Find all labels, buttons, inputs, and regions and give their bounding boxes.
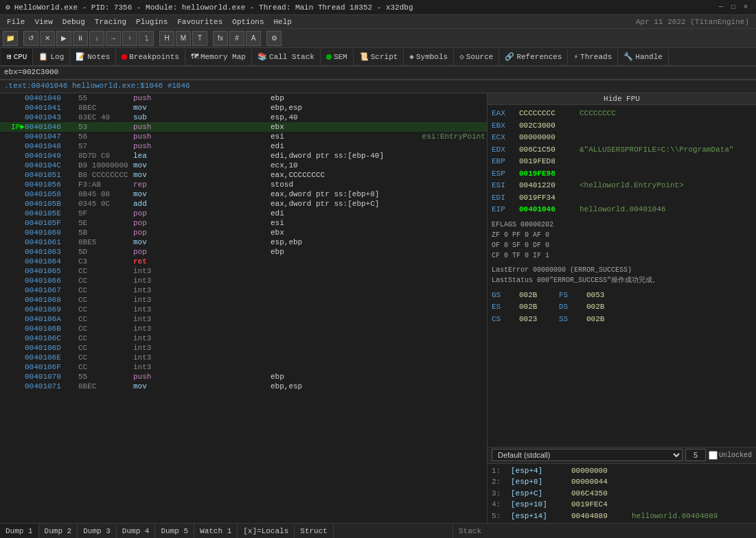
dump-tab-dump-5[interactable]: Dump 5 [155,524,194,538]
toolbar-restart[interactable]: ↺ [23,31,38,46]
dump-tab-watch-1[interactable]: Watch 1 [194,524,238,538]
menu-view[interactable]: View [30,17,56,27]
tab-call-stack[interactable]: 📚 Call Stack [252,49,321,65]
tab-sem[interactable]: SEM [321,49,354,65]
tab-references[interactable]: 🔗 References [499,49,568,65]
toolbar-mem-bp[interactable]: M [176,31,191,46]
tab-notes[interactable]: 📝 Notes [70,49,116,65]
disasm-row[interactable]: 004010618BE5movesp,ebp [0,237,487,247]
menu-file[interactable]: File [3,17,29,27]
disasm-row[interactable]: 0040106ACCint3 [0,314,487,324]
disasm-row[interactable]: 004010718BECmovebp,esp [0,382,487,391]
dump-tab-dump-1[interactable]: Dump 1 [0,524,39,538]
toolbar-font[interactable]: A [246,31,261,46]
reg-value[interactable]: 002C3000 [519,120,574,132]
tab-breakpoints[interactable]: Breakpoints [116,49,185,65]
tab-source[interactable]: ◇ Source [454,49,499,65]
tab-handle[interactable]: 🔧 Handle [618,49,669,65]
disasm-row[interactable]: 00401069CCint3 [0,305,487,314]
disasm-row[interactable]: 0040105E5Fpopedi [0,209,487,218]
disasm-row[interactable]: 00401065CCint3 [0,266,487,276]
disasm-row[interactable]: 0040106ECCint3 [0,353,487,362]
toolbar-run[interactable]: ▶ [56,31,71,46]
toolbar-open[interactable]: 📁 [3,31,18,46]
tab-threads[interactable]: ⚡ Threads [568,49,618,65]
hide-fpu-button[interactable]: Hide FPU [488,93,756,105]
stack-count-input[interactable] [685,449,706,461]
reg-value[interactable]: 0019FE98 [519,168,574,180]
toolbar-pause[interactable]: ⏸ [73,31,88,46]
dump-tab-[x]=locals[interactable]: [x]=Locals [238,524,295,538]
disasm-row[interactable]: 004010605Bpopebx [0,228,487,237]
disasm-row[interactable]: 00401066CCint3 [0,276,487,285]
menu-debug[interactable]: Debug [58,17,89,27]
toolbar-calc[interactable]: fx [213,31,228,46]
toolbar-stepout[interactable]: ↑ [122,31,137,46]
maximize-button[interactable]: □ [729,3,738,12]
toolbar-runto[interactable]: ⤵ [139,31,154,46]
toolbar-close[interactable]: ✕ [40,31,55,46]
menu-tracing[interactable]: Tracing [91,17,130,27]
disasm-table[interactable]: 0040104055pushebp 004010418BECmovebp,esp… [0,93,487,523]
disasm-row[interactable]: 00401064C3ret [0,257,487,266]
reg-value[interactable]: 00401220 [519,180,574,191]
reg-value[interactable]: 00401046 [519,204,574,215]
disasm-row[interactable]: 004010498D7D C0leaedi,dword ptr ss:[ebp-… [0,151,487,161]
tab-memory-map[interactable]: 🗺 Memory Map [185,49,252,65]
tab-cpu[interactable]: ⊞ CPU [1,49,33,65]
stack-item-index: 5: [492,511,505,522]
stack-dropdown[interactable]: Default (stdcall) [492,449,683,461]
minimize-button[interactable]: ─ [716,3,726,12]
disasm-row[interactable]: 0040104857pushedi [0,141,487,151]
tab-symbols[interactable]: ◈ Symbols [404,49,454,65]
toolbar-hash[interactable]: # [229,31,244,46]
disasm-row[interactable]: 0040104383EC 40subesp,40 [0,113,487,122]
tab-symbols-label: Symbols [416,53,448,61]
disasm-row[interactable]: 0040104CB9 10000000movecx,10 [0,161,487,170]
disasm-row[interactable]: 0040106BCCint3 [0,324,487,334]
disasm-address: 00401061 [25,238,78,246]
disasm-row[interactable]: 00401056F3:ABrepstosd [0,180,487,189]
disasm-bytes: CC [78,344,133,352]
dump-tab-dump-3[interactable]: Dump 3 [78,524,117,538]
disasm-row[interactable]: 0040104055pushebp [0,93,487,103]
toolbar-stepover[interactable]: → [106,31,121,46]
reg-value[interactable]: 00000000 [519,132,574,143]
disasm-operands: ebp,esp [271,104,485,112]
dump-tab-struct[interactable]: Struct [295,524,334,538]
disasm-row[interactable]: 00401067CCint3 [0,285,487,295]
disasm-row[interactable]: 0040107055pushebp [0,372,487,382]
disasm-row[interactable]: 0040106CCCint3 [0,334,487,343]
disasm-row[interactable]: 0040105F5Epopesi [0,218,487,228]
toolbar-trace[interactable]: T [192,31,207,46]
toolbar-stepinto[interactable]: ↓ [89,31,104,46]
disasm-row[interactable]: 004010418BECmovebp,esp [0,103,487,113]
disasm-row[interactable]: 00401068CCint3 [0,295,487,305]
tab-log[interactable]: 📋 Log [33,49,70,65]
reg-value[interactable]: CCCCCCCC [519,108,574,119]
menu-plugins[interactable]: Plugins [132,17,172,27]
tab-script[interactable]: 📜 Script [354,49,404,65]
disasm-address: 00401043 [25,113,78,121]
disasm-row[interactable]: 004010635Dpopebp [0,247,487,257]
disasm-row[interactable]: 00401051B8 CCCCCCCCmoveax,CCCCCCCC [0,170,487,180]
reg-value[interactable]: 006C1C50 [519,144,574,156]
reg-value[interactable]: 0019FED8 [519,156,574,167]
disasm-row[interactable]: 0040106DCCint3 [0,343,487,353]
disasm-row[interactable]: 004010588B45 08moveax,dword ptr ss:[ebp+… [0,189,487,199]
menu-options[interactable]: Options [228,17,268,27]
dump-tab-dump-4[interactable]: Dump 4 [117,524,156,538]
toolbar-options2[interactable]: ⚙ [266,31,282,46]
disasm-row[interactable]: 0040105B0345 0Caddeax,dword ptr ss:[ebp+… [0,199,487,209]
disasm-row[interactable]: IP►0040104653pushebx [0,122,487,132]
menu-favourites[interactable]: Favourites [173,17,227,27]
menu-help[interactable]: Help [270,17,296,27]
toolbar-hardware-bp[interactable]: H [159,31,174,46]
disasm-mnemonic: push [133,132,271,141]
close-button[interactable]: × [741,3,751,12]
disasm-row[interactable]: 0040104756pushesiesi:EntryPoint [0,132,487,141]
reg-value[interactable]: 0019FF34 [519,192,574,204]
disasm-row[interactable]: 0040106FCCint3 [0,362,487,372]
dump-tab-dump-2[interactable]: Dump 2 [39,524,78,538]
unlocked-checkbox[interactable]: Unlocked [709,451,752,460]
